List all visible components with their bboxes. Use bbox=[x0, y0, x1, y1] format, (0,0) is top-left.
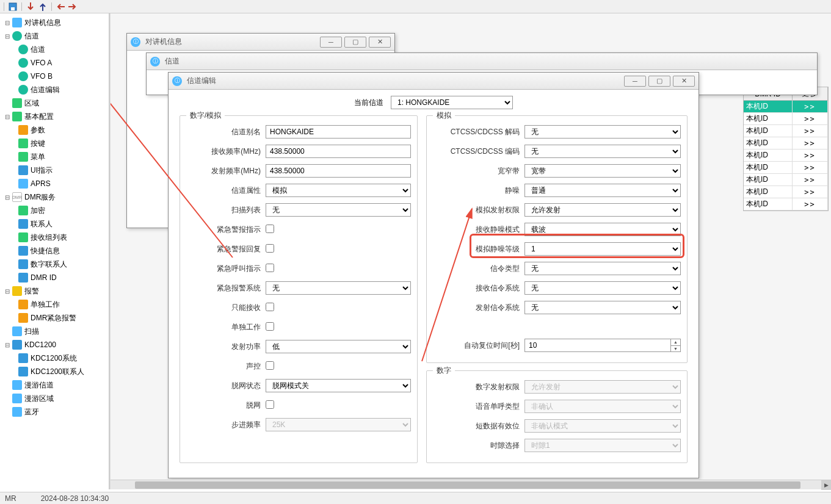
checkbox-input[interactable] bbox=[266, 244, 274, 253]
current-channel-select[interactable]: 1: HONGKAIDE bbox=[391, 96, 513, 109]
table-cell-more[interactable]: >> bbox=[793, 137, 828, 149]
sidebar-item[interactable]: 扫描 bbox=[1, 325, 107, 338]
table-row[interactable]: 本机ID>> bbox=[744, 162, 828, 174]
content-horizontal-scrollbar[interactable]: ▶ bbox=[111, 480, 831, 489]
sidebar-item[interactable]: 漫游区域 bbox=[1, 392, 107, 405]
sidebar-item[interactable]: 信道编辑 bbox=[1, 83, 107, 96]
sidebar-item[interactable]: 蓝牙 bbox=[1, 405, 107, 419]
checkbox-input[interactable] bbox=[266, 361, 274, 370]
sidebar-item[interactable]: 联系人 bbox=[1, 217, 107, 231]
tree-expand-icon[interactable]: ⊟ bbox=[4, 193, 11, 201]
sidebar-item[interactable]: ⊟DMRDMR服务 bbox=[1, 190, 107, 204]
select-input[interactable]: 载波 bbox=[524, 223, 681, 236]
select-input[interactable]: 允许发射 bbox=[524, 203, 681, 217]
toolbar-arrow-right-icon[interactable] bbox=[68, 2, 78, 12]
table-row[interactable]: 本机ID>> bbox=[744, 149, 828, 162]
sidebar-item[interactable]: KDC1200系统 bbox=[1, 351, 107, 365]
tree-expand-icon[interactable]: ⊟ bbox=[4, 113, 11, 120]
table-row[interactable]: 本机ID>> bbox=[744, 137, 828, 149]
spinner-down-icon[interactable]: ▼ bbox=[671, 346, 680, 352]
sidebar-item[interactable]: ⊟信道 bbox=[1, 29, 107, 43]
select-input[interactable]: 无 bbox=[524, 301, 681, 314]
table-cell-more[interactable]: >> bbox=[793, 113, 828, 124]
select-input[interactable]: 宽带 bbox=[524, 164, 681, 178]
tree-expand-icon[interactable] bbox=[4, 381, 11, 389]
toolbar-arrow-down-icon[interactable] bbox=[26, 2, 35, 12]
close-button[interactable]: ✕ bbox=[673, 76, 695, 87]
select-input[interactable]: 无 bbox=[524, 125, 681, 139]
sidebar-item[interactable]: 加密 bbox=[1, 204, 107, 217]
sidebar-item[interactable]: KDC1200联系人 bbox=[1, 365, 107, 378]
text-input[interactable] bbox=[266, 145, 411, 158]
sidebar-item[interactable]: VFO B bbox=[1, 70, 107, 83]
minimize-button[interactable]: ─ bbox=[624, 76, 646, 87]
checkbox-input[interactable] bbox=[266, 322, 274, 331]
sidebar-item[interactable]: 按键 bbox=[1, 137, 107, 150]
table-row[interactable]: 本机ID>> bbox=[744, 198, 828, 211]
sidebar-item[interactable]: DMR ID bbox=[1, 271, 107, 284]
toolbar-arrow-left-icon[interactable] bbox=[56, 2, 65, 12]
select-input[interactable]: 无 bbox=[524, 145, 681, 158]
tree-expand-icon[interactable] bbox=[4, 395, 11, 402]
table-cell-more[interactable]: >> bbox=[793, 149, 828, 161]
table-cell-more[interactable]: >> bbox=[793, 162, 828, 173]
select-input[interactable]: 无 bbox=[524, 262, 681, 275]
table-row[interactable]: 本机ID>> bbox=[744, 125, 828, 137]
spinner-up-icon[interactable]: ▲ bbox=[671, 339, 680, 346]
select-input[interactable]: 模拟 bbox=[266, 184, 411, 197]
table-row[interactable]: 本机ID>> bbox=[744, 101, 828, 113]
scroll-right-button[interactable]: ▶ bbox=[821, 480, 831, 490]
select-input[interactable]: 无 bbox=[524, 281, 681, 295]
tree-expand-icon[interactable] bbox=[4, 99, 11, 107]
text-input[interactable] bbox=[266, 125, 411, 139]
sidebar-item[interactable]: 漫游信道 bbox=[1, 378, 107, 392]
sidebar-item[interactable]: 数字联系人 bbox=[1, 257, 107, 271]
tree-expand-icon[interactable]: ⊟ bbox=[4, 19, 11, 26]
sidebar-item[interactable]: 接收组列表 bbox=[1, 231, 107, 244]
maximize-button[interactable]: ▢ bbox=[648, 76, 670, 87]
checkbox-input[interactable] bbox=[266, 264, 274, 272]
maximize-button[interactable]: ▢ bbox=[344, 37, 366, 48]
tree-expand-icon[interactable]: ⊟ bbox=[4, 32, 11, 40]
checkbox-input[interactable] bbox=[266, 225, 274, 233]
table-cell-more[interactable]: >> bbox=[793, 125, 828, 137]
checkbox-input[interactable] bbox=[266, 400, 274, 409]
sidebar-item[interactable]: ⊟KDC1200 bbox=[1, 338, 107, 351]
table-row[interactable]: 本机ID>> bbox=[744, 113, 828, 125]
toolbar-arrow-up-icon[interactable] bbox=[38, 2, 48, 12]
close-button[interactable]: ✕ bbox=[369, 37, 391, 48]
window-titlebar[interactable]: ⓘ 信道编辑 ─ ▢ ✕ bbox=[169, 73, 699, 90]
window-titlebar[interactable]: ⓘ 信道 bbox=[147, 53, 817, 70]
select-input[interactable]: 无 bbox=[266, 203, 411, 217]
table-cell-more[interactable]: >> bbox=[793, 198, 828, 210]
checkbox-input[interactable] bbox=[266, 303, 274, 311]
sidebar-item[interactable]: 单独工作 bbox=[1, 298, 107, 311]
sidebar-item[interactable]: ⊟基本配置 bbox=[1, 110, 107, 123]
sidebar-item[interactable]: 参数 bbox=[1, 123, 107, 137]
auto-reset-spinner[interactable]: 10 ▲ ▼ bbox=[524, 339, 681, 352]
select-input[interactable]: 无 bbox=[266, 281, 411, 295]
minimize-button[interactable]: ─ bbox=[320, 37, 342, 48]
sidebar-item[interactable]: 快捷信息 bbox=[1, 244, 107, 257]
sidebar-item[interactable]: ⊟报警 bbox=[1, 284, 107, 298]
select-input[interactable]: 低 bbox=[266, 340, 411, 353]
select-input[interactable]: 普通 bbox=[524, 184, 681, 197]
sidebar-item[interactable]: 信道 bbox=[1, 43, 107, 56]
sidebar-item[interactable]: 区域 bbox=[1, 96, 107, 110]
select-input[interactable]: 1 bbox=[524, 242, 681, 256]
select-input[interactable]: 脱网模式关 bbox=[266, 379, 411, 392]
sidebar-item[interactable]: VFO A bbox=[1, 56, 107, 70]
window-titlebar[interactable]: ⓘ 对讲机信息 ─ ▢ ✕ bbox=[127, 34, 394, 51]
text-input[interactable] bbox=[266, 164, 411, 178]
tree-expand-icon[interactable] bbox=[4, 328, 11, 335]
tree-expand-icon[interactable]: ⊟ bbox=[4, 341, 11, 348]
sidebar-item[interactable]: DMR紧急报警 bbox=[1, 311, 107, 325]
tree-expand-icon[interactable] bbox=[4, 408, 11, 416]
table-row[interactable]: 本机ID>> bbox=[744, 174, 828, 186]
sidebar-item[interactable]: UI指示 bbox=[1, 164, 107, 177]
sidebar-item[interactable]: ⊟对讲机信息 bbox=[1, 16, 107, 29]
tree-expand-icon[interactable]: ⊟ bbox=[4, 287, 11, 295]
table-cell-more[interactable]: >> bbox=[793, 174, 828, 185]
table-cell-more[interactable]: >> bbox=[793, 186, 828, 198]
table-cell-more[interactable]: >> bbox=[793, 101, 828, 112]
